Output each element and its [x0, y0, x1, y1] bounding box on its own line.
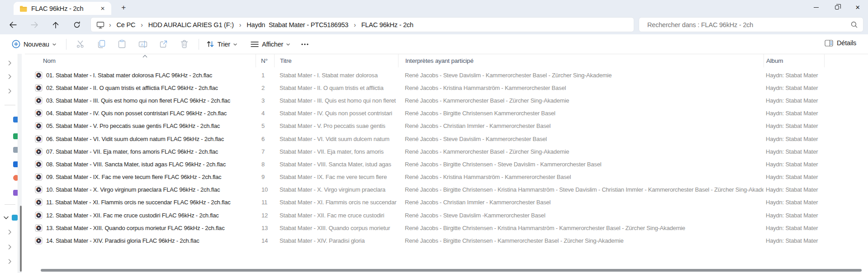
- breadcrumb-chevron-icon: ›: [138, 21, 145, 28]
- minimize-button[interactable]: [806, 0, 826, 15]
- sort-button[interactable]: Trier: [203, 38, 241, 51]
- address-bar[interactable]: › Ce PC › HDD AURALIC ARIES G1 (F:) › Ha…: [90, 17, 634, 32]
- table-row[interactable]: 14. Stabat Mater - XIV. Paradisi gloria …: [25, 234, 868, 247]
- media-file-icon: [35, 186, 43, 193]
- breadcrumb-item[interactable]: FLAC 96kHz - 2ch: [360, 20, 414, 29]
- chevron-down-icon: [233, 43, 237, 46]
- track-artists: René Jacobs - Steve Davislim - Kammerorc…: [398, 136, 764, 142]
- track-album: Haydn: Stabat Mater: [764, 136, 824, 142]
- file-name: 10. Stabat Mater - X. Virgo virginum pra…: [46, 186, 220, 193]
- breadcrumb: › Ce PC › HDD AURALIC ARIES G1 (F:) › Ha…: [106, 20, 414, 29]
- view-button-label: Afficher: [262, 41, 283, 48]
- table-row[interactable]: 02. Stabat Mater - II. O quam tristis et…: [25, 81, 868, 94]
- media-file-icon: [35, 135, 43, 143]
- restore-button[interactable]: [826, 0, 847, 15]
- breadcrumb-item[interactable]: Ce PC: [115, 20, 136, 29]
- table-row[interactable]: 08. Stabat Mater - VIII. Sancta Mater, i…: [25, 158, 868, 170]
- table-row[interactable]: 09. Stabat Mater - IX. Fac me vere tecum…: [25, 171, 868, 184]
- table-row[interactable]: 06. Stabat Mater - VI. Vidit suum dulcem…: [25, 132, 868, 145]
- up-button[interactable]: [49, 18, 62, 32]
- table-row[interactable]: 03. Stabat Mater - III. Quis est homo qu…: [25, 94, 868, 107]
- sidebar-collapsed-item[interactable]: [7, 74, 13, 80]
- sidebar-collapsed-item[interactable]: [7, 60, 13, 66]
- file-name: 05. Stabat Mater - V. Pro peccatis suae …: [46, 122, 220, 129]
- delete-button[interactable]: [174, 37, 195, 52]
- copy-button[interactable]: [91, 37, 112, 52]
- file-name: 14. Stabat Mater - XIV. Paradisi gloria …: [46, 237, 199, 244]
- minimize-icon: [814, 7, 819, 8]
- drive-icon: [12, 215, 18, 221]
- folder-icon: [19, 5, 27, 12]
- column-header-interpretes[interactable]: Interprètes ayant participé: [398, 54, 764, 67]
- paste-button[interactable]: [112, 37, 133, 52]
- forward-button[interactable]: [28, 18, 41, 32]
- share-button[interactable]: [153, 37, 174, 52]
- sidebar-scrollbar-thumb[interactable]: [20, 206, 22, 272]
- sidebar-collapsed-item[interactable]: [7, 88, 13, 94]
- column-header-nom[interactable]: Nom: [25, 54, 256, 67]
- breadcrumb-item[interactable]: HDD AURALIC ARIES G1 (F:): [147, 20, 235, 29]
- track-artists: René Jacobs - Steve Davislim - Kammerorc…: [398, 72, 764, 79]
- track-artists: René Jacobs - Christian Immler - Kammero…: [398, 199, 764, 206]
- table-row[interactable]: 04. Stabat Mater - IV. Quis non posset c…: [25, 107, 868, 120]
- table-row[interactable]: 12. Stabat Mater - XII. Fac me cruce cus…: [25, 209, 868, 221]
- plus-circle-icon: [12, 40, 20, 48]
- file-name: 03. Stabat Mater - III. Quis est homo qu…: [46, 97, 230, 104]
- table-row[interactable]: 13. Stabat Mater - XIII. Quando corpus m…: [25, 221, 868, 234]
- file-name: 07. Stabat Mater - VII. Eja mater, fons …: [46, 148, 218, 155]
- track-album: Haydn: Stabat Mater: [764, 85, 824, 91]
- breadcrumb-chevron-icon: ›: [351, 21, 358, 28]
- sidebar-drive-item[interactable]: [3, 215, 18, 221]
- tab-close-icon[interactable]: ✕: [98, 4, 108, 14]
- toolbar-divider: [199, 39, 199, 50]
- command-bar: Nouveau A Trier Afficher: [0, 34, 868, 54]
- table-row[interactable]: 01. Stabat Mater - I. Stabat mater dolor…: [25, 69, 868, 81]
- table-row[interactable]: 11. Stabat Mater - XI. Flammis orcis ne …: [25, 196, 868, 209]
- refresh-button[interactable]: [70, 18, 84, 32]
- table-row[interactable]: 05. Stabat Mater - V. Pro peccatis suae …: [25, 120, 868, 132]
- column-header-album[interactable]: Album: [764, 54, 824, 67]
- file-name: 04. Stabat Mater - IV. Quis non posset c…: [46, 110, 227, 117]
- track-title: Stabat Mater - XIV. Paradisi gloria: [274, 237, 398, 244]
- file-name: 08. Stabat Mater - VIII. Sancta Mater, i…: [46, 161, 226, 168]
- track-album: Haydn: Stabat Mater: [764, 161, 824, 168]
- rename-button[interactable]: A: [133, 37, 153, 52]
- track-artists: René Jacobs - Kammerorchester Basel - Zü…: [398, 97, 764, 104]
- track-number: 3: [256, 97, 274, 104]
- chevron-down-icon: [286, 43, 290, 46]
- track-title: Stabat Mater - V. Pro peccatis suae gent…: [274, 122, 398, 129]
- media-file-icon: [35, 212, 43, 219]
- sidebar-collapsed-item[interactable]: [7, 229, 13, 235]
- explorer-tab[interactable]: FLAC 96kHz - 2ch ✕: [14, 2, 111, 15]
- new-button[interactable]: Nouveau: [8, 37, 60, 51]
- view-button[interactable]: Afficher: [247, 38, 294, 51]
- track-artists: René Jacobs - Birgitte Christensen - Ste…: [398, 161, 764, 168]
- search-box[interactable]: Rechercher dans : FLAC 96kHz - 2ch: [639, 17, 863, 32]
- track-artists: René Jacobs - Steve Davislim -Kammerorch…: [398, 212, 764, 219]
- track-artists: René Jacobs - Birgitte Christensen Kamme…: [398, 110, 764, 117]
- track-album: Haydn: Stabat Mater: [764, 110, 824, 117]
- file-list-area: Nom N° Titre Interprètes ayant participé…: [25, 54, 868, 273]
- window-controls: ✕: [806, 0, 868, 15]
- restore-icon: [835, 5, 839, 9]
- media-file-icon: [35, 198, 43, 206]
- details-pane-button[interactable]: Détails: [821, 37, 860, 49]
- table-row[interactable]: 07. Stabat Mater - VII. Eja mater, fons …: [25, 145, 868, 158]
- file-name: 01. Stabat Mater - I. Stabat mater dolor…: [46, 72, 212, 79]
- file-name: 13. Stabat Mater - XIII. Quando corpus m…: [46, 225, 224, 231]
- track-album: Haydn: Stabat Mater: [764, 237, 824, 244]
- close-button[interactable]: ✕: [847, 0, 868, 15]
- cut-button[interactable]: [70, 37, 91, 52]
- back-button[interactable]: [6, 18, 19, 32]
- sidebar-collapsed-item[interactable]: [7, 259, 13, 265]
- table-row[interactable]: 10. Stabat Mater - X. Virgo virginum pra…: [25, 184, 868, 196]
- track-number: 9: [256, 174, 274, 180]
- column-header-titre[interactable]: Titre: [274, 54, 398, 67]
- more-options-button[interactable]: [297, 37, 313, 52]
- horizontal-scrollbar-thumb[interactable]: [41, 269, 862, 272]
- sidebar-collapsed-item[interactable]: [7, 244, 13, 250]
- track-artists: René Jacobs - Kristina Hammarström - Kam…: [398, 174, 764, 180]
- new-tab-button[interactable]: +: [118, 2, 129, 13]
- breadcrumb-item[interactable]: Haydn Stabat Mater - PTC5186953: [246, 20, 349, 29]
- column-header-numero[interactable]: N°: [256, 54, 274, 67]
